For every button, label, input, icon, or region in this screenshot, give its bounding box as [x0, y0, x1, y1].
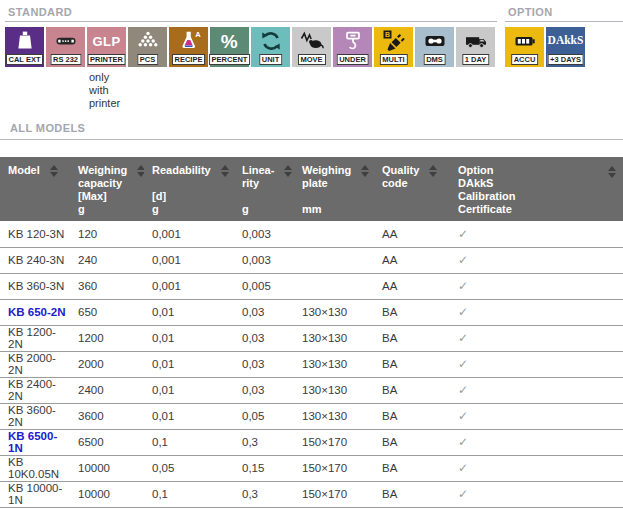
- cell-linearity: 0,03: [234, 299, 294, 325]
- feature-badge-percent: %PERCENT: [210, 27, 249, 67]
- sort-icon-cert[interactable]: [608, 166, 616, 178]
- sort-icon-linearity[interactable]: [284, 165, 292, 177]
- col-header-capacity-line2: capacity: [78, 177, 122, 190]
- cell-model: KB 6500-1N: [0, 429, 70, 455]
- cell-capacity: 10000: [70, 481, 144, 507]
- cell-cert: ✓: [450, 325, 623, 351]
- feature-badge-recipe: ARECIPE: [169, 27, 208, 67]
- standard-heading: STANDARD: [5, 4, 497, 22]
- col-header-quality[interactable]: Qualitycode: [374, 157, 450, 221]
- col-header-cert-line2: DAkkS: [458, 177, 493, 190]
- cell-model: KB 2400-2N: [0, 377, 70, 403]
- all-models-header: ALL MODELS: [0, 122, 623, 140]
- dakks-icon: DAkkS: [546, 28, 585, 54]
- col-header-readability[interactable]: Readability[d]g: [144, 157, 234, 221]
- col-header-linearity[interactable]: Linea-rityg: [234, 157, 294, 221]
- cell-cert: ✓: [450, 429, 623, 455]
- sort-icon-model[interactable]: [50, 165, 58, 177]
- feature-badge-accu: ACCU: [505, 27, 544, 67]
- glp-printer-badge: GLPPRINTER: [87, 27, 126, 67]
- under-badge: UNDER: [333, 27, 372, 67]
- table-row: KB 240-3N2400,0010,003AA✓: [0, 247, 623, 273]
- cell-cert: ✓: [450, 221, 623, 247]
- feature-badge-under: UNDER: [333, 27, 372, 67]
- recipe-label: RECIPE: [172, 54, 206, 65]
- cell-capacity: 360: [70, 273, 144, 299]
- percent-icon: %: [210, 28, 249, 54]
- cell-readability: 0,01: [144, 325, 234, 351]
- multi-badge: BMULTI: [374, 27, 413, 67]
- cell-plate: [294, 273, 374, 299]
- pcs-icon: [128, 28, 167, 54]
- table-row: KB 2400-2N24000,010,03130×130BA✓: [0, 377, 623, 403]
- cal-ext-label: CAL EXT: [6, 54, 44, 65]
- col-header-plate[interactable]: Weighingplatemm: [294, 157, 374, 221]
- cell-capacity: 2000: [70, 351, 144, 377]
- col-header-model[interactable]: Model: [0, 157, 70, 221]
- cell-plate: 130×130: [294, 351, 374, 377]
- cell-readability: 0,1: [144, 481, 234, 507]
- cell-cert: ✓: [450, 247, 623, 273]
- cell-model: KB 2000-2N: [0, 351, 70, 377]
- recipe-badge: ARECIPE: [169, 27, 208, 67]
- cell-linearity: 0,005: [234, 273, 294, 299]
- dakks-label: +3 DAYS: [547, 54, 584, 65]
- glp-printer-note: onlywithprinter: [89, 71, 120, 110]
- col-header-linearity-line2: rity: [242, 177, 259, 190]
- cell-plate: 130×130: [294, 325, 374, 351]
- sort-icon-quality[interactable]: [429, 165, 437, 177]
- table-row: KB 3600-2N36000,010,05130×130BA✓: [0, 403, 623, 429]
- cell-quality: BA: [374, 299, 450, 325]
- cell-readability: 0,001: [144, 273, 234, 299]
- cell-linearity: 0,003: [234, 247, 294, 273]
- one-day-badge: 1 DAY: [456, 27, 495, 67]
- col-header-linearity-line4: g: [242, 203, 249, 216]
- cell-capacity: 240: [70, 247, 144, 273]
- dms-label: DMS: [423, 54, 446, 65]
- table-row: KB 6500-1N65000,10,3150×170BA✓: [0, 429, 623, 455]
- rs-232-label: RS 232: [50, 54, 81, 65]
- cell-model: KB 1200-2N: [0, 325, 70, 351]
- move-label: MOVE: [297, 54, 325, 65]
- glp-printer-label: PRINTER: [87, 54, 126, 65]
- cell-linearity: 0,03: [234, 351, 294, 377]
- page: STANDARD CAL EXTRS 232GLPPRINTERonlywith…: [0, 0, 623, 508]
- under-label: UNDER: [336, 54, 369, 65]
- col-header-readability-line4: g: [152, 203, 159, 216]
- cell-cert: ✓: [450, 481, 623, 507]
- unit-icon: [251, 28, 290, 54]
- col-header-cert-line3: Calibration: [458, 190, 515, 203]
- cell-model: KB 10000-1N: [0, 481, 70, 507]
- model-link[interactable]: KB 650-2N: [8, 306, 66, 318]
- sort-icon-readability[interactable]: [221, 165, 229, 177]
- cell-cert: ✓: [450, 299, 623, 325]
- col-header-quality-line2: code: [382, 177, 408, 190]
- cell-plate: 150×170: [294, 429, 374, 455]
- col-header-model-line1: Model: [8, 164, 40, 177]
- cell-quality: BA: [374, 429, 450, 455]
- col-header-cert[interactable]: OptionDAkkSCalibrationCertificate: [450, 157, 623, 221]
- cal-ext-icon: [5, 28, 44, 54]
- table-row: KB 10K0.05N100000,050,15150×170BA✓: [0, 455, 623, 481]
- glp-printer-icon: GLP: [87, 28, 126, 54]
- dakks-badge: DAkkS+3 DAYS: [546, 27, 585, 67]
- multi-label: MULTI: [379, 54, 407, 65]
- sort-icon-plate[interactable]: [361, 165, 369, 177]
- percent-badge: %PERCENT: [210, 27, 249, 67]
- legend-row: STANDARD CAL EXTRS 232GLPPRINTERonlywith…: [0, 4, 623, 108]
- models-table-body: KB 120-3N1200,0010,003AA✓KB 240-3N2400,0…: [0, 221, 623, 507]
- cell-linearity: 0,03: [234, 377, 294, 403]
- multi-icon: B: [374, 28, 413, 54]
- model-link[interactable]: KB 6500-1N: [8, 430, 57, 454]
- cell-plate: 130×130: [294, 403, 374, 429]
- models-table: ModelWeighingcapacity[Max]gReadability[d…: [0, 157, 623, 508]
- cell-plate: 150×170: [294, 455, 374, 481]
- cell-plate: [294, 221, 374, 247]
- cell-readability: 0,05: [144, 455, 234, 481]
- cell-quality: AA: [374, 221, 450, 247]
- col-header-capacity[interactable]: Weighingcapacity[Max]g: [70, 157, 144, 221]
- col-header-capacity-line4: g: [78, 203, 85, 216]
- standard-section: STANDARD CAL EXTRS 232GLPPRINTERonlywith…: [5, 4, 497, 108]
- cell-cert: ✓: [450, 377, 623, 403]
- cell-model: KB 360-3N: [0, 273, 70, 299]
